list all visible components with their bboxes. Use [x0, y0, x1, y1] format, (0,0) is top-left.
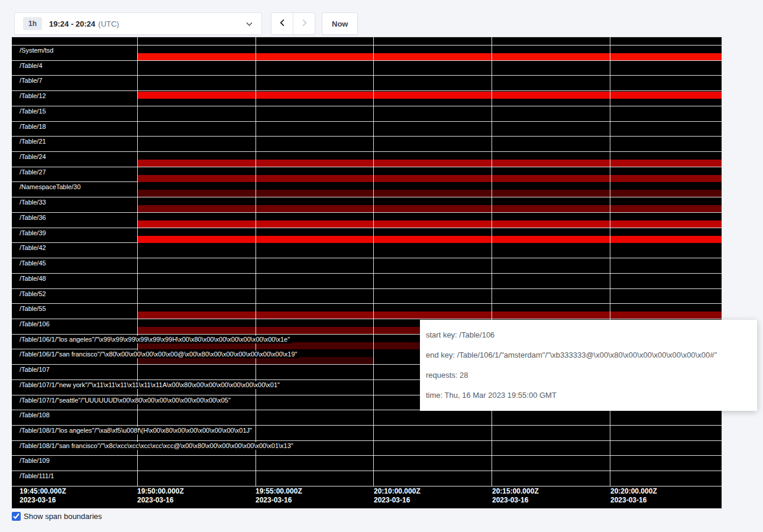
x-axis-time: 19:55:00.000Z [256, 487, 302, 496]
chevron-down-icon [245, 20, 253, 28]
span-boundary-label: /Table/4 [20, 62, 44, 70]
tooltip-line: requests: 28 [426, 365, 751, 385]
keyvis-row[interactable]: /Table/36 [12, 212, 722, 228]
x-axis-date: 2023-03-16 [20, 496, 66, 505]
x-axis-tick: 20:15:00.000Z2023-03-16 [492, 487, 539, 505]
keyvis-row[interactable]: /Table/48 [12, 273, 722, 288]
span-boundary-label: /Table/18 [20, 123, 48, 131]
keyvis-row[interactable]: /System/tsd [12, 45, 722, 60]
x-axis-time: 19:45:00.000Z [20, 487, 66, 496]
heat-band[interactable] [137, 205, 722, 212]
x-axis-tick: 19:55:00.000Z2023-03-16 [256, 487, 302, 505]
x-axis-tick: 20:20:00.000Z2023-03-16 [610, 487, 657, 505]
bottom-boundary-line [12, 486, 722, 486]
keyvis-row[interactable]: /NamespaceTable/30 [12, 181, 722, 197]
keyvis-row[interactable]: /Table/33 [12, 197, 722, 212]
span-boundary-label: /Table/108 [20, 411, 51, 419]
keyvis-row[interactable]: /Table/111/1 [12, 471, 722, 486]
chevron-right-icon [300, 18, 309, 29]
tooltip-line: time: Thu, 16 Mar 2023 19:55:00 GMT [426, 385, 751, 406]
keyvis-row[interactable]: /Table/108/1/"san francisco"/"\x8c\xcc\x… [12, 440, 722, 456]
span-boundary-label: /NamespaceTable/30 [20, 183, 82, 191]
keyvis-row[interactable]: /Table/12 [12, 90, 722, 106]
keyvis-row[interactable]: /Table/108 [12, 410, 722, 425]
span-boundary-label: /Table/24 [20, 153, 48, 161]
span-boundary-label: /Table/52 [20, 290, 48, 298]
time-gridline [492, 37, 492, 486]
heat-band[interactable] [137, 53, 722, 60]
keyvis-row[interactable]: /Table/39 [12, 228, 722, 243]
span-boundary-label: /Table/109 [20, 457, 51, 465]
keyvis-row[interactable]: /Table/18 [12, 121, 722, 137]
tooltip-line: start key: /Table/106 [426, 325, 751, 345]
keyvis-row[interactable]: /Table/27 [12, 167, 722, 182]
span-boundary-label: /Table/48 [20, 275, 48, 283]
keyvis-row[interactable]: /Table/55 [12, 303, 722, 319]
heat-band[interactable] [137, 160, 722, 167]
heat-band[interactable] [137, 312, 722, 319]
keyvis-row[interactable]: /Table/15 [12, 106, 722, 121]
span-boundary-label: /Table/108/1/"san francisco"/"\x8c\xcc\x… [20, 442, 295, 450]
keyvis-row[interactable]: /Table/42 [12, 242, 722, 258]
keyvis-row[interactable]: /Table/109 [12, 455, 722, 471]
heat-band[interactable] [137, 175, 722, 182]
x-axis-time: 19:50:00.000Z [137, 487, 184, 496]
time-gridline [610, 37, 610, 486]
heat-band[interactable] [137, 236, 722, 243]
span-boundary-label: /Table/7 [20, 77, 44, 85]
hover-tooltip: start key: /Table/106end key: /Table/106… [420, 320, 757, 411]
span-boundary-label: /Table/107/1/"seattle"/"UUUUUUD\x00\x80\… [20, 397, 232, 404]
x-axis-date: 2023-03-16 [492, 496, 539, 505]
keyvis-row[interactable]: /Table/45 [12, 258, 722, 273]
timezone-label: (UTC) [98, 20, 119, 28]
x-axis-tick: 19:50:00.000Z2023-03-16 [137, 487, 184, 505]
keyvis-row[interactable]: /Table/21 [12, 136, 722, 151]
keyvis-row[interactable]: /Table/108/1/"los angeles"/"\xa8\xf5\u00… [12, 425, 722, 440]
x-axis-time: 20:20:00.000Z [610, 487, 657, 496]
heat-band[interactable] [137, 220, 722, 228]
heat-band[interactable] [137, 190, 722, 197]
tooltip-line: end key: /Table/106/1/"amsterdam"/"\xb33… [426, 345, 751, 365]
span-boundary-label: /Table/106/1/"san francisco"/"\x80\x00\x… [20, 351, 299, 358]
span-boundary-label: /Table/36 [20, 214, 48, 222]
x-axis-tick: 20:10:00.000Z2023-03-16 [374, 487, 421, 505]
time-range-dropdown[interactable]: 1h 19:24 - 20:24 (UTC) [14, 12, 262, 35]
span-boundary-label: /Table/42 [20, 244, 48, 252]
span-boundary-label: /Table/15 [20, 108, 48, 115]
keyvis-row[interactable]: /Table/4 [12, 60, 722, 76]
x-axis-time: 20:15:00.000Z [492, 487, 539, 496]
keyvis-row[interactable]: /Table/52 [12, 288, 722, 304]
span-boundary-label: /Table/107/1/"new york"/"\x11\x11\x11\x1… [20, 381, 282, 389]
keyvis-row[interactable]: /Table/7 [12, 75, 722, 90]
span-boundary-label: /Table/12 [20, 92, 48, 100]
next-time-button[interactable] [293, 12, 315, 35]
span-boundary-label: /Table/107 [20, 366, 51, 374]
span-boundary-label: /Table/33 [20, 199, 48, 206]
x-axis-date: 2023-03-16 [137, 496, 184, 505]
heat-band[interactable] [137, 92, 722, 99]
x-axis-tick: 19:45:00.000Z2023-03-16 [20, 487, 66, 505]
time-gridline [256, 37, 256, 486]
show-span-boundaries-checkbox[interactable] [12, 512, 21, 521]
show-span-boundaries-label: Show span boundaries [24, 512, 102, 521]
span-boundary-label: /Table/106 [20, 320, 51, 328]
prev-time-button[interactable] [271, 12, 293, 35]
x-axis-time: 20:10:00.000Z [374, 487, 421, 496]
footer: Show span boundaries [12, 512, 102, 521]
span-boundary-label: /Table/108/1/"los angeles"/"\xa8\xf5\u00… [20, 427, 254, 434]
now-button[interactable]: Now [322, 12, 358, 35]
x-axis-date: 2023-03-16 [374, 496, 421, 505]
span-boundary-label: /Table/111/1 [20, 472, 56, 480]
time-nav [271, 12, 315, 35]
span-boundary-label: /Table/106/1/"los angeles"/"\x99\x99\x99… [20, 336, 292, 343]
x-axis-date: 2023-03-16 [610, 496, 657, 505]
keyvis-row[interactable]: /Table/24 [12, 151, 722, 167]
span-boundary-label: /Table/21 [20, 138, 48, 145]
span-boundary-label: /Table/55 [20, 305, 48, 313]
x-axis-date: 2023-03-16 [256, 496, 302, 505]
span-boundary-label: /Table/27 [20, 168, 48, 176]
chevron-left-icon [278, 18, 287, 29]
span-boundary-label: /System/tsd [20, 47, 55, 54]
keyvis-canvas[interactable]: /System/tsd/Table/4/Table/7/Table/12/Tab… [12, 37, 722, 508]
span-boundary-label: /Table/39 [20, 229, 48, 237]
